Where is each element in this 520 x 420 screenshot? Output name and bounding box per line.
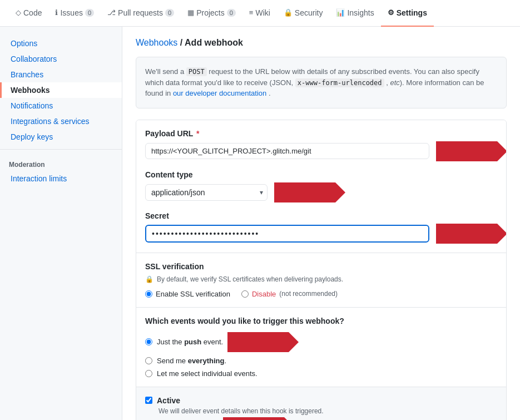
ssl-title: SSL verification xyxy=(145,262,497,271)
sidebar-item-notifications[interactable]: Notifications xyxy=(0,98,122,113)
webhook-form: Payload URL * Content type xyxy=(136,120,507,421)
sidebar-item-collaborators[interactable]: Collaborators xyxy=(0,51,122,67)
nav-item-security[interactable]: 🔒 Security xyxy=(277,0,330,27)
info-text-4: . xyxy=(269,89,271,97)
issues-badge: 0 xyxy=(85,9,94,17)
payload-url-input[interactable] xyxy=(145,143,429,159)
lock-icon: 🔒 xyxy=(145,275,153,283)
breadcrumb: Webhooks / Add webhook xyxy=(136,38,507,48)
sidebar-divider xyxy=(0,149,122,150)
active-description: We will deliver event details when this … xyxy=(159,407,497,415)
ssl-enable-radio[interactable] xyxy=(145,290,152,298)
sidebar-item-interaction-limits[interactable]: Interaction limits xyxy=(0,171,122,186)
developer-docs-link[interactable]: our developer documentation xyxy=(173,89,266,97)
nav-item-projects[interactable]: ▦ Projects 0 xyxy=(181,0,242,27)
breadcrumb-current: Add webhook xyxy=(185,38,243,47)
breadcrumb-separator: / xyxy=(180,38,185,47)
nav-item-pull-requests[interactable]: ⎇ Pull requests 0 xyxy=(101,0,181,27)
content-type-label: Content type xyxy=(145,170,497,179)
webhook-button-arrow xyxy=(223,417,284,421)
ssl-disable-option[interactable]: Disable (not recommended) xyxy=(241,290,338,298)
payload-url-input-row xyxy=(145,141,497,161)
sidebar-item-deploy-keys[interactable]: Deploy keys xyxy=(0,129,122,145)
payload-url-section: Payload URL * Content type xyxy=(136,120,506,253)
page-layout: Options Collaborators Branches Webhooks … xyxy=(0,27,520,420)
red-arrow-4 xyxy=(227,332,289,352)
info-box: We'll send a POST request to the URL bel… xyxy=(136,57,507,108)
events-individual-radio[interactable] xyxy=(145,370,152,377)
nav-item-wiki[interactable]: ≡ Wiki xyxy=(242,0,277,27)
payload-url-label: Payload URL * xyxy=(145,129,497,138)
sidebar-item-webhooks[interactable]: Webhooks xyxy=(0,82,122,98)
red-arrow-1 xyxy=(436,141,497,161)
code-icon: ◇ xyxy=(16,8,21,17)
payload-url-group: Payload URL * xyxy=(145,129,497,161)
events-individual-option[interactable]: Let me select individual events. xyxy=(145,369,497,378)
ssl-section: SSL verification 🔒 By default, we verify… xyxy=(136,253,506,307)
content-type-group: Content type application/json applicatio… xyxy=(145,170,497,202)
payload-url-arrow xyxy=(436,141,497,161)
events-title: Which events would you like to trigger t… xyxy=(145,317,497,325)
projects-badge: 0 xyxy=(227,9,236,17)
ssl-enable-option[interactable]: Enable SSL verification xyxy=(145,290,230,298)
sidebar-item-branches[interactable]: Branches xyxy=(0,67,122,82)
content-type-select-wrapper: application/json application/x-www-form-… xyxy=(145,184,268,201)
info-text-1: We'll send a xyxy=(145,67,184,76)
secret-group: Secret xyxy=(145,211,497,244)
events-everything-radio[interactable] xyxy=(145,357,152,364)
pull-requests-icon: ⎇ xyxy=(107,8,116,17)
events-push-radio[interactable] xyxy=(145,338,152,345)
active-section: Active We will deliver event details whe… xyxy=(136,387,506,421)
push-arrow xyxy=(227,332,289,352)
main-content: Webhooks / Add webhook We'll send a POST… xyxy=(122,27,520,420)
events-push-option[interactable]: Just the push event. xyxy=(145,332,497,352)
moderation-section-header: Moderation xyxy=(0,156,122,171)
projects-icon: ▦ xyxy=(187,8,194,17)
breadcrumb-link[interactable]: Webhooks xyxy=(136,38,177,47)
urlencoded-code: x-www-form-urlencoded xyxy=(295,78,384,87)
top-navigation: ◇ Code ℹ Issues 0 ⎇ Pull requests 0 ▦ Pr… xyxy=(0,0,520,27)
secret-label: Secret xyxy=(145,211,497,220)
sidebar-item-integrations[interactable]: Integrations & services xyxy=(0,113,122,129)
insights-icon: 📊 xyxy=(336,8,345,17)
sidebar-item-options[interactable]: Options xyxy=(0,36,122,51)
active-label[interactable]: Active xyxy=(145,396,497,405)
content-type-select[interactable]: application/json application/x-www-form-… xyxy=(145,184,268,201)
settings-icon: ⚙ xyxy=(388,8,394,17)
security-icon: 🔒 xyxy=(284,8,293,17)
wiki-icon: ≡ xyxy=(249,8,254,17)
post-code: POST xyxy=(186,67,207,76)
red-arrow-2 xyxy=(274,182,335,202)
ssl-description: 🔒 By default, we verify SSL certificates… xyxy=(145,275,497,283)
secret-input[interactable] xyxy=(145,225,429,243)
red-arrow-3 xyxy=(436,224,497,244)
ssl-disable-radio[interactable] xyxy=(241,290,249,298)
active-checkbox[interactable] xyxy=(145,397,152,404)
events-everything-option[interactable]: Send me everything. xyxy=(145,357,497,365)
nav-item-issues[interactable]: ℹ Issues 0 xyxy=(48,0,101,27)
events-section: Which events would you like to trigger t… xyxy=(136,307,506,387)
nav-item-insights[interactable]: 📊 Insights xyxy=(329,0,380,27)
content-type-arrow xyxy=(274,182,335,202)
red-arrow-5 xyxy=(223,417,284,421)
payload-required-marker: * xyxy=(196,129,199,138)
nav-item-settings[interactable]: ⚙ Settings xyxy=(381,0,434,27)
issues-icon: ℹ xyxy=(55,8,58,17)
pull-requests-badge: 0 xyxy=(165,9,174,17)
events-radio-group: Just the push event. Send me everything.… xyxy=(145,332,497,378)
ssl-options: Enable SSL verification Disable (not rec… xyxy=(145,290,497,298)
sidebar: Options Collaborators Branches Webhooks … xyxy=(0,27,122,420)
secret-arrow xyxy=(436,224,497,244)
nav-item-code[interactable]: ◇ Code xyxy=(9,0,48,27)
